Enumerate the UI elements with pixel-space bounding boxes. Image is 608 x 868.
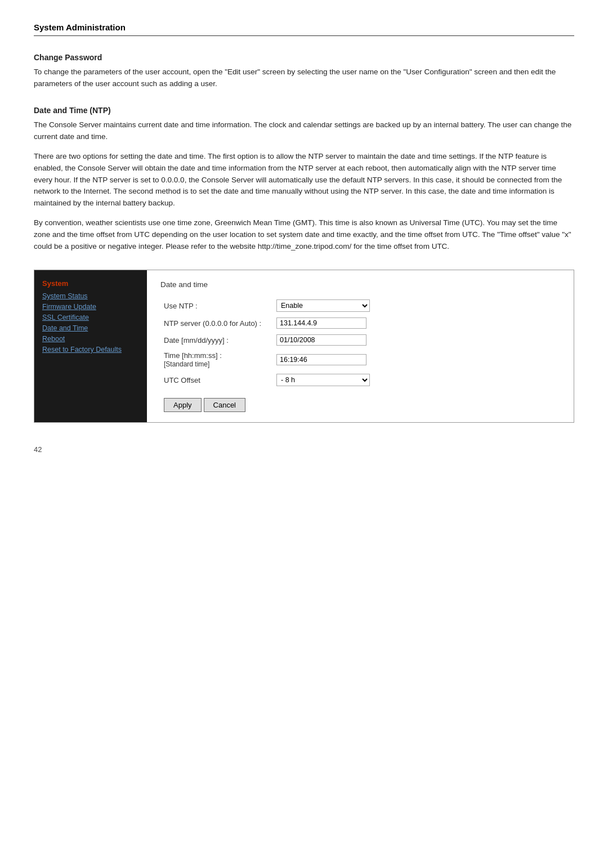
sidebar-link-reset-factory[interactable]: Reset to Factory Defaults — [42, 346, 139, 354]
input-col-utc-offset: - 8 h - 7 h - 6 h - 5 h 0 h + 1 h + 8 h — [273, 371, 560, 389]
button-row: Apply Cancel — [160, 398, 560, 412]
section-change-password: Change Password To change the parameters… — [34, 53, 574, 90]
content-panel: Date and time Use NTP : Enable Disable N… — [147, 270, 574, 422]
change-password-title: Change Password — [34, 53, 574, 62]
input-col-time — [273, 348, 560, 371]
date-time-ntp-para-2: There are two options for setting the da… — [34, 151, 574, 210]
label-time: Time [hh:mm:ss] :[Standard time] — [160, 348, 273, 371]
section-date-time-ntp: Date and Time (NTP) The Console Server m… — [34, 106, 574, 253]
change-password-para-1: To change the parameters of the user acc… — [34, 66, 574, 90]
sidebar-link-ssl-certificate[interactable]: SSL Certificate — [42, 314, 139, 321]
page-number: 42 — [34, 445, 574, 454]
date-time-ntp-body: The Console Server maintains current dat… — [34, 119, 574, 253]
form-row-date: Date [mm/dd/yyyy] : — [160, 332, 560, 348]
select-use-ntp[interactable]: Enable Disable — [276, 299, 370, 312]
input-time[interactable] — [276, 354, 366, 365]
sidebar-system-label: System — [42, 279, 139, 288]
select-utc-offset[interactable]: - 8 h - 7 h - 6 h - 5 h 0 h + 1 h + 8 h — [276, 374, 370, 386]
page-title: System Administration — [34, 23, 126, 32]
screenshot-panel: System System Status Firmware Update SSL… — [34, 270, 574, 423]
apply-button[interactable]: Apply — [164, 398, 202, 412]
label-ntp-server: NTP server (0.0.0.0 for Auto) : — [160, 315, 273, 332]
input-col-ntp-server — [273, 315, 560, 332]
form-table: Use NTP : Enable Disable NTP server (0.0… — [160, 297, 560, 389]
date-time-ntp-para-3: By convention, weather scientists use on… — [34, 217, 574, 253]
label-date: Date [mm/dd/yyyy] : — [160, 332, 273, 348]
input-col-use-ntp: Enable Disable — [273, 297, 560, 315]
sidebar: System System Status Firmware Update SSL… — [34, 270, 147, 422]
sidebar-link-system-status[interactable]: System Status — [42, 292, 139, 300]
sidebar-link-firmware-update[interactable]: Firmware Update — [42, 303, 139, 311]
form-row-utc-offset: UTC Offset - 8 h - 7 h - 6 h - 5 h 0 h +… — [160, 371, 560, 389]
input-col-date — [273, 332, 560, 348]
form-row-use-ntp: Use NTP : Enable Disable — [160, 297, 560, 315]
input-ntp-server[interactable] — [276, 317, 366, 329]
date-time-ntp-para-1: The Console Server maintains current dat… — [34, 119, 574, 143]
form-section-title: Date and time — [160, 280, 560, 289]
form-row-ntp-server: NTP server (0.0.0.0 for Auto) : — [160, 315, 560, 332]
date-time-ntp-title: Date and Time (NTP) — [34, 106, 574, 115]
page-header: System Administration — [34, 23, 574, 36]
sidebar-link-date-and-time[interactable]: Date and Time — [42, 324, 139, 332]
sidebar-link-reboot[interactable]: Reboot — [42, 335, 139, 343]
input-date[interactable] — [276, 334, 366, 346]
form-row-time: Time [hh:mm:ss] :[Standard time] — [160, 348, 560, 371]
change-password-body: To change the parameters of the user acc… — [34, 66, 574, 90]
label-utc-offset: UTC Offset — [160, 371, 273, 389]
label-use-ntp: Use NTP : — [160, 297, 273, 315]
cancel-button[interactable]: Cancel — [204, 398, 245, 412]
